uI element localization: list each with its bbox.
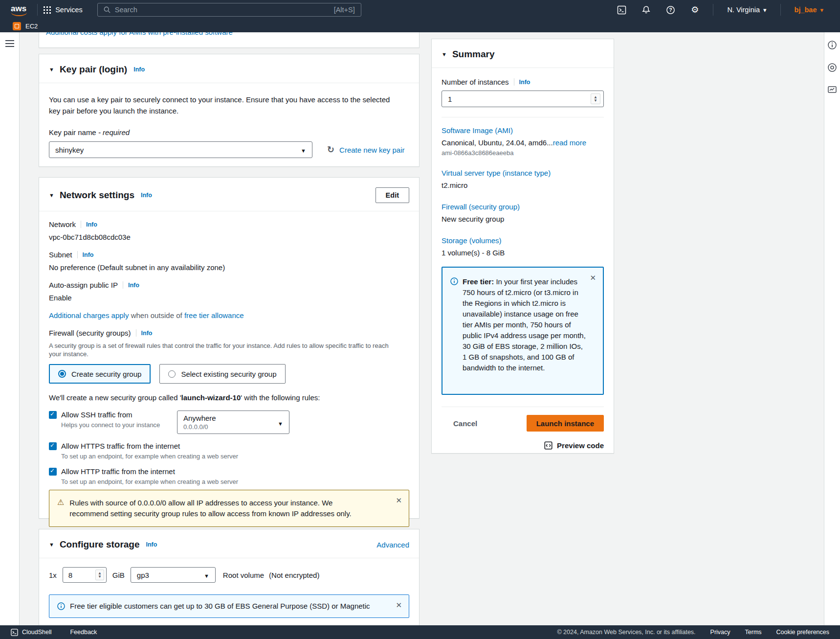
allow-http-checkbox[interactable]: Allow HTTP traffic from the internet — [49, 467, 238, 476]
right-help-rail — [824, 32, 840, 625]
network-label: Network Info — [49, 220, 409, 228]
volume-unit: GiB — [112, 571, 125, 579]
summary-panel: ▼ Summary Number of instances Info 1 ▲▼ … — [431, 39, 614, 454]
close-icon[interactable] — [396, 496, 402, 505]
checkbox-checked-icon — [49, 411, 57, 419]
account-label: bj_bae — [795, 6, 817, 14]
warning-text: Rules with source of 0.0.0.0/0 allow all… — [69, 498, 368, 519]
edit-button[interactable]: Edit — [376, 187, 409, 203]
advanced-link[interactable]: Advanced — [376, 541, 409, 549]
firewall-description: A security group is a set of firewall ru… — [49, 342, 394, 358]
stepper-control[interactable]: ▲▼ — [591, 93, 600, 104]
section-caret-icon[interactable]: ▼ — [442, 51, 447, 57]
help-icon[interactable]: ? — [658, 0, 683, 20]
summary-field-label[interactable]: Virtual server type (instance type) — [442, 169, 604, 177]
info-circle-icon — [57, 602, 65, 610]
summary-field-label[interactable]: Firewall (security group) — [442, 203, 604, 211]
section-caret-icon[interactable]: ▼ — [49, 67, 54, 72]
instances-value: 1 — [448, 95, 452, 103]
free-tier-allowance-link[interactable]: free tier allowance — [184, 311, 244, 320]
rule-label: Allow SSH traffic from — [61, 411, 133, 419]
volume-type-value: gp3 — [137, 571, 149, 579]
key-pair-select[interactable]: shinykey — [49, 141, 312, 158]
section-caret-icon[interactable]: ▼ — [49, 542, 54, 548]
summary-field-ami: Software Image (AMI) Canonical, Ubuntu, … — [442, 126, 604, 157]
info-link[interactable]: Info — [146, 541, 157, 548]
volume-size-input[interactable]: 8 ▲▼ — [63, 567, 107, 583]
instances-input[interactable]: 1 ▲▼ — [442, 91, 604, 107]
aws-logo[interactable]: aws — [11, 4, 26, 14]
preview-code-button[interactable]: Preview code — [442, 441, 604, 450]
cloudshell-terminal-icon[interactable] — [609, 0, 634, 20]
metrics-panel-icon[interactable] — [827, 85, 837, 95]
services-menu[interactable]: Services — [44, 6, 83, 14]
info-link[interactable]: Info — [83, 251, 94, 258]
service-badge: EC2 — [25, 23, 38, 30]
privacy-link[interactable]: Privacy — [710, 629, 730, 636]
additional-costs-link[interactable]: Additional costs apply for AMIs with pre… — [46, 32, 233, 36]
allow-https-checkbox[interactable]: Allow HTTPS traffic from the internet — [49, 442, 238, 450]
read-more-link[interactable]: read more — [553, 138, 586, 147]
info-link[interactable]: Info — [86, 221, 97, 228]
dropdown-caret-icon — [301, 146, 306, 154]
info-link[interactable]: Info — [519, 79, 531, 86]
summary-field-label[interactable]: Storage (volumes) — [442, 236, 604, 245]
volume-multiplier: 1x — [49, 571, 57, 579]
ami-value: Canonical, Ubuntu, 24.04, amd6... — [442, 138, 553, 147]
rule-sublabel: To set up an endpoint, for example when … — [61, 478, 238, 486]
storage-free-tier-banner: Free tier eligible customers can get up … — [49, 594, 409, 618]
auto-assign-ip-label: Auto-assign public IP Info — [49, 281, 409, 289]
cookie-preferences-link[interactable]: Cookie preferences — [776, 629, 829, 636]
key-pair-name-label: Key pair name - required — [49, 128, 409, 137]
storage-value: 1 volume(s) - 8 GiB — [442, 248, 604, 258]
cloudshell-label: CloudShell — [22, 629, 51, 636]
cancel-button[interactable]: Cancel — [453, 419, 477, 428]
quick-setup-icon[interactable] — [827, 63, 837, 72]
section-caret-icon[interactable]: ▼ — [49, 192, 54, 198]
network-settings-section: ▼ Network settings Info Edit Network Inf… — [39, 177, 420, 519]
summary-field-label[interactable]: Software Image (AMI) — [442, 126, 604, 135]
info-link[interactable]: Info — [133, 66, 145, 73]
radio-label: Select existing security group — [181, 370, 276, 378]
allow-ssh-checkbox[interactable]: Allow SSH traffic from — [49, 411, 177, 419]
left-nav-rail — [0, 32, 20, 625]
auto-assign-ip-value: Enable — [49, 294, 409, 302]
divider — [713, 4, 713, 16]
info-link[interactable]: Info — [141, 192, 152, 199]
region-selector[interactable]: N. Virginia — [719, 6, 774, 14]
account-menu[interactable]: bj_bae — [787, 6, 831, 14]
summary-field-firewall: Firewall (security group) New security g… — [442, 203, 604, 224]
required-label: - required — [98, 128, 130, 137]
radio-selected-icon — [58, 370, 66, 378]
search-input[interactable]: Search [Alt+S] — [97, 3, 361, 17]
divider — [780, 4, 781, 16]
search-icon — [104, 6, 111, 13]
info-panel-icon[interactable] — [827, 40, 837, 50]
radio-create-security-group[interactable]: Create security group — [49, 364, 151, 384]
additional-charges-link[interactable]: Additional charges apply — [49, 311, 129, 320]
stepper-control[interactable]: ▲▼ — [95, 570, 104, 580]
settings-gear-icon[interactable]: ⚙ — [683, 0, 707, 20]
cloudshell-button[interactable]: CloudShell — [11, 629, 51, 636]
ssh-source-select[interactable]: Anywhere 0.0.0.0/0 — [177, 411, 289, 434]
console-footer: CloudShell Feedback © 2024, Amazon Web S… — [0, 625, 840, 639]
security-group-name: launch-wizard-10 — [181, 393, 241, 402]
radio-select-existing-security-group[interactable]: Select existing security group — [159, 364, 285, 384]
info-link[interactable]: Info — [128, 282, 139, 289]
menu-hamburger-icon[interactable] — [5, 40, 14, 41]
close-icon[interactable] — [396, 601, 402, 610]
free-tier-text: Free tier: In your first year includes 7… — [463, 276, 586, 385]
refresh-key-pairs[interactable]: Create new key pair — [327, 144, 405, 155]
close-icon[interactable] — [590, 274, 596, 282]
notifications-bell-icon[interactable] — [634, 0, 658, 20]
rule-sublabel: To set up an endpoint, for example when … — [61, 453, 238, 460]
summary-field-storage: Storage (volumes) 1 volume(s) - 8 GiB — [442, 236, 604, 258]
terms-link[interactable]: Terms — [745, 629, 762, 636]
search-placeholder: Search — [115, 6, 137, 14]
feedback-link[interactable]: Feedback — [70, 629, 97, 636]
volume-type-select[interactable]: gp3 — [131, 567, 216, 583]
create-key-pair-link[interactable]: Create new key pair — [339, 146, 404, 154]
free-tier-bold: Free tier: — [463, 277, 494, 286]
launch-instance-button[interactable]: Launch instance — [527, 415, 604, 432]
info-link[interactable]: Info — [141, 330, 153, 337]
